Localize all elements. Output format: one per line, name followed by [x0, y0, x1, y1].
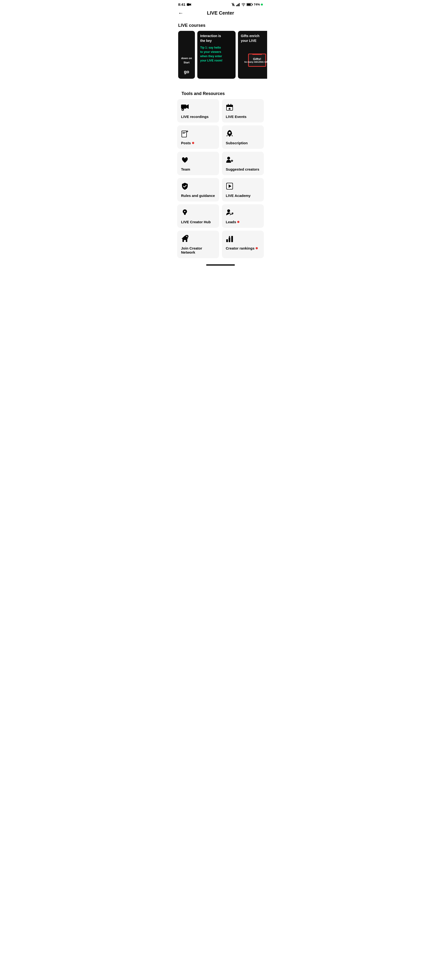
- camera-icon: [187, 3, 191, 6]
- svg-rect-5: [238, 4, 239, 6]
- svg-point-36: [227, 209, 230, 212]
- tool-name-suggested-creators: Suggested creators: [226, 167, 260, 171]
- course-card-partial[interactable]: down onStart go: [178, 31, 195, 79]
- tools-section: Tools and Resources LIVE recordings: [174, 88, 267, 258]
- svg-point-26: [228, 132, 230, 134]
- svg-rect-19: [228, 104, 228, 106]
- video-replay-icon: [181, 103, 215, 112]
- svg-rect-11: [181, 105, 186, 109]
- courses-scroll[interactable]: down onStart go Interaction isthe key Ti…: [174, 31, 267, 83]
- tools-grid: LIVE recordings LIVE Events: [177, 99, 264, 258]
- tool-rules-guidance[interactable]: Rules and guidance: [177, 178, 219, 202]
- svg-rect-23: [182, 132, 186, 132]
- tool-name-subscription: Subscription: [226, 141, 260, 145]
- page-title: LIVE Center: [207, 10, 234, 16]
- svg-marker-28: [230, 159, 233, 162]
- person-graph-icon: [226, 208, 260, 218]
- svg-rect-16: [226, 105, 233, 107]
- tool-creator-rankings[interactable]: Creator rankings: [222, 231, 264, 258]
- svg-rect-41: [226, 239, 228, 242]
- svg-rect-43: [231, 236, 233, 242]
- tool-name-posts: Posts: [181, 141, 215, 145]
- course-card-interaction[interactable]: Interaction isthe key Tip 1: say hello t…: [197, 31, 236, 79]
- ai-post-icon: [181, 130, 215, 138]
- status-time: 8:41: [178, 2, 191, 6]
- svg-point-44: [229, 236, 230, 237]
- tool-live-events[interactable]: LIVE Events: [222, 99, 264, 123]
- svg-rect-10: [247, 3, 251, 5]
- svg-point-7: [243, 5, 244, 6]
- green-dot: [261, 3, 263, 5]
- svg-rect-34: [184, 214, 186, 215]
- tool-name-rules-guidance: Rules and guidance: [181, 194, 215, 197]
- back-button[interactable]: ←: [178, 10, 183, 16]
- star-calendar-icon: [226, 103, 260, 112]
- live-courses-section: LIVE courses down onStart go Interaction…: [174, 19, 267, 83]
- svg-marker-12: [186, 104, 189, 109]
- svg-point-27: [227, 157, 230, 159]
- header: ← LIVE Center: [174, 8, 267, 19]
- leads-notification-dot: [237, 221, 240, 223]
- person-star-icon: [226, 156, 260, 165]
- svg-rect-33: [184, 213, 186, 214]
- tool-name-leads: Leads: [226, 220, 260, 224]
- svg-rect-20: [230, 104, 231, 106]
- creator-rankings-notification-dot: [255, 247, 258, 249]
- svg-rect-9: [252, 4, 253, 5]
- signal-icon: [236, 3, 240, 6]
- tool-name-live-academy: LIVE Academy: [226, 194, 260, 197]
- svg-rect-3: [236, 5, 237, 6]
- battery-icon: [247, 3, 253, 6]
- play-book-icon: [226, 182, 260, 191]
- svg-rect-24: [182, 133, 185, 134]
- team-leaf-icon: [181, 156, 215, 165]
- tool-name-creator-rankings: Creator rankings: [226, 246, 260, 250]
- courses-title: LIVE courses: [174, 19, 267, 31]
- tool-name-join-creator-network: Join Creator Network: [181, 246, 215, 255]
- tool-live-creator-hub[interactable]: LIVE Creator Hub: [177, 204, 219, 228]
- status-bar: 8:41 74%: [174, 0, 267, 8]
- bar-chart-icon: [226, 235, 260, 244]
- course-card-gifts[interactable]: Gifts enrichyour LIVE ♪ Gifts! So many A…: [238, 31, 267, 79]
- tool-name-live-events: LIVE Events: [226, 115, 260, 119]
- tool-join-creator-network[interactable]: Join Creator Network: [177, 231, 219, 258]
- tool-name-team: Team: [181, 167, 215, 171]
- home-plus-icon: [181, 235, 215, 244]
- bulb-play-icon: [181, 208, 215, 218]
- svg-rect-40: [187, 235, 187, 237]
- posts-notification-dot: [192, 142, 194, 144]
- tool-suggested-creators[interactable]: Suggested creators: [222, 152, 264, 175]
- bottom-indicator: [206, 264, 235, 266]
- tool-name-live-creator-hub: LIVE Creator Hub: [181, 220, 215, 224]
- tool-name-live-recordings: LIVE recordings: [181, 115, 215, 119]
- mute-icon: [231, 3, 235, 6]
- tool-subscription[interactable]: Subscription: [222, 126, 264, 149]
- rocket-icon: [226, 130, 260, 138]
- tool-team[interactable]: Team: [177, 152, 219, 175]
- svg-rect-4: [237, 5, 238, 6]
- svg-rect-42: [228, 237, 230, 242]
- wifi-icon: [241, 3, 246, 6]
- tool-posts[interactable]: Posts: [177, 126, 219, 149]
- tool-leads[interactable]: Leads: [222, 204, 264, 228]
- bottom-bar: [174, 260, 267, 268]
- svg-marker-1: [190, 3, 191, 6]
- shield-check-icon: [181, 182, 215, 191]
- svg-rect-22: [182, 131, 186, 137]
- tools-title: Tools and Resources: [177, 88, 264, 99]
- tool-live-recordings[interactable]: LIVE recordings: [177, 99, 219, 123]
- svg-rect-6: [239, 3, 240, 6]
- svg-rect-0: [187, 3, 190, 6]
- status-indicators: 74%: [231, 3, 263, 6]
- tool-live-academy[interactable]: LIVE Academy: [222, 178, 264, 202]
